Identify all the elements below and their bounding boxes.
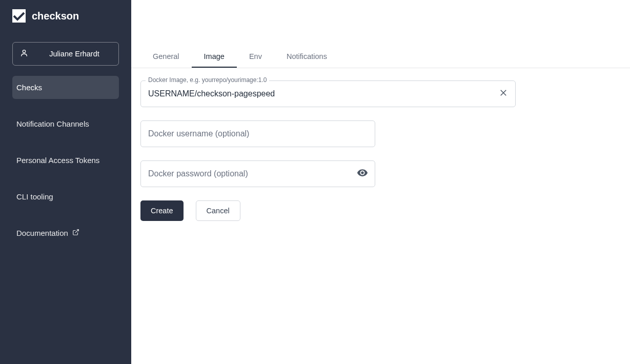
external-link-icon (72, 229, 79, 237)
sidebar: checkson Juliane Erhardt Checks Notifica… (0, 0, 131, 364)
nav-list: Checks Notification Channels Personal Ac… (0, 76, 131, 258)
sidebar-item-cli-tooling[interactable]: CLI tooling (12, 185, 119, 208)
main-content: General Image Env Notifications Docker I… (131, 0, 630, 364)
button-row: Create Cancel (140, 200, 621, 221)
tabs-bar: General Image Env Notifications (131, 46, 630, 68)
create-button[interactable]: Create (140, 200, 184, 221)
docker-username-input[interactable] (140, 120, 375, 147)
sidebar-item-documentation[interactable]: Documentation (12, 221, 119, 245)
clear-input-button[interactable] (498, 89, 509, 99)
tab-label: Env (249, 52, 262, 60)
docker-image-field-wrap: Docker Image, e.g. yourrepo/yourimage:1.… (140, 80, 516, 107)
tab-general[interactable]: General (140, 46, 192, 68)
user-icon (20, 49, 28, 59)
svg-point-1 (23, 50, 25, 53)
docker-image-input[interactable] (140, 80, 516, 107)
sidebar-item-label: Documentation (16, 229, 68, 237)
tab-image[interactable]: Image (192, 46, 237, 68)
sidebar-item-label: Personal Access Tokens (16, 156, 99, 165)
docker-password-input[interactable] (140, 160, 375, 187)
docker-image-label: Docker Image, e.g. yourrepo/yourimage:1.… (146, 76, 269, 84)
form-area: Docker Image, e.g. yourrepo/yourimage:1.… (131, 68, 630, 233)
tab-label: Image (204, 52, 225, 60)
sidebar-item-label: Notification Channels (16, 119, 89, 128)
user-profile-box[interactable]: Juliane Erhardt (12, 42, 119, 66)
sidebar-item-label: CLI tooling (16, 192, 53, 201)
tab-notifications[interactable]: Notifications (274, 46, 339, 68)
cancel-button[interactable]: Cancel (196, 200, 240, 221)
user-name-label: Juliane Erhardt (37, 50, 111, 58)
sidebar-item-notification-channels[interactable]: Notification Channels (12, 112, 119, 135)
tab-label: General (153, 52, 179, 60)
brand-name: checkson (32, 10, 79, 22)
toggle-password-visibility-button[interactable] (357, 167, 368, 180)
tab-env[interactable]: Env (237, 46, 274, 68)
eye-icon (357, 171, 368, 180)
checkson-logo-icon (12, 9, 26, 23)
sidebar-item-checks[interactable]: Checks (12, 76, 119, 99)
sidebar-item-label: Checks (16, 83, 42, 92)
docker-password-field-wrap (140, 160, 375, 187)
sidebar-item-personal-access-tokens[interactable]: Personal Access Tokens (12, 149, 119, 172)
close-icon (499, 88, 508, 99)
tab-label: Notifications (287, 52, 327, 60)
docker-username-field-wrap (140, 120, 375, 147)
logo-area: checkson (0, 0, 131, 32)
